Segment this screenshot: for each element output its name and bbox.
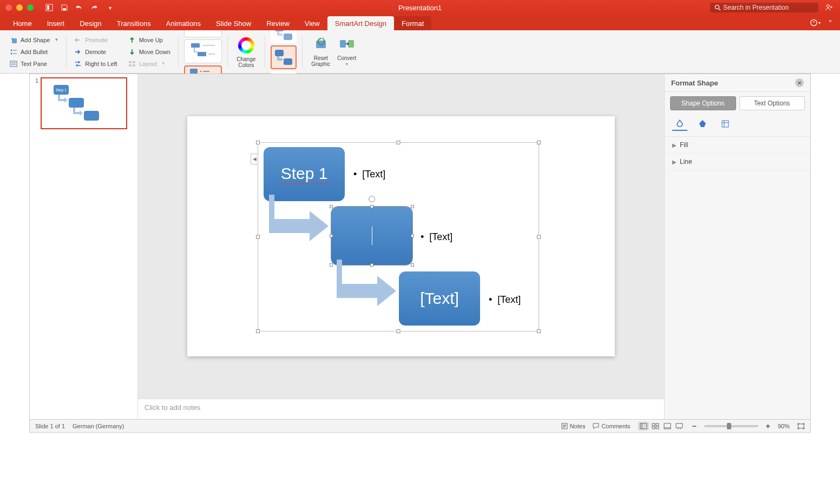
fill-accordion[interactable]: ▶Fill [665, 137, 810, 154]
resize-handle-tr[interactable] [537, 141, 541, 144]
tab-home[interactable]: Home [5, 16, 40, 30]
share-icon[interactable] [824, 2, 835, 13]
fit-to-window-button[interactable] [797, 423, 805, 429]
fill-line-icon[interactable] [672, 118, 687, 131]
zoom-window-button[interactable] [27, 4, 34, 11]
shape-handle-t[interactable] [370, 205, 373, 208]
svg-rect-34 [198, 52, 206, 56]
notes-area[interactable]: Click to add notes [138, 399, 664, 419]
save-icon[interactable] [60, 3, 69, 12]
thumb-step1: Step 1 [54, 85, 69, 95]
undo-icon[interactable] [75, 3, 84, 12]
smartart-step2-box[interactable] [331, 207, 412, 265]
zoom-slider[interactable] [704, 425, 758, 427]
add-shape-button[interactable]: +Add Shape▼ [8, 34, 61, 46]
demote-button[interactable]: Demote [72, 46, 119, 58]
change-colors-button[interactable]: Change Colors [233, 34, 259, 70]
step2-bullet[interactable]: • [Text] [421, 231, 452, 243]
tab-format[interactable]: Format [394, 16, 431, 30]
close-window-button[interactable] [5, 4, 12, 11]
step1-bullet[interactable]: • [Text] [353, 169, 385, 180]
tab-review[interactable]: Review [259, 16, 297, 30]
search-input[interactable]: Search in Presentation [710, 3, 818, 12]
shape-options-tab[interactable]: Shape Options [670, 96, 736, 110]
slide-counter[interactable]: Slide 1 of 1 [35, 423, 65, 429]
zoom-level[interactable]: 90% [778, 423, 790, 429]
tab-transitions[interactable]: Transitions [109, 16, 159, 30]
close-pane-button[interactable]: ✕ [795, 78, 804, 87]
move-down-button[interactable]: Move Down [126, 46, 173, 58]
resize-handle-b[interactable] [397, 329, 401, 333]
resize-handle-bl[interactable] [256, 329, 260, 333]
text-pane-button[interactable]: Text Pane [8, 58, 61, 70]
line-accordion[interactable]: ▶Line [665, 154, 810, 170]
zoom-slider-thumb[interactable] [727, 423, 731, 429]
zoom-out-button[interactable]: − [692, 422, 697, 430]
shape-handle-bl[interactable] [330, 263, 333, 267]
slide-thumbnail-panel[interactable]: 1 Step 1 [30, 74, 138, 419]
minimize-window-button[interactable] [16, 4, 23, 11]
notes-toggle[interactable]: Notes [561, 423, 586, 429]
layout-option-3[interactable] [184, 39, 222, 63]
qat-customize-icon[interactable]: ▾ [105, 3, 115, 12]
tab-slideshow[interactable]: Slide Show [208, 16, 259, 30]
tell-me-icon[interactable]: ▾ [810, 17, 821, 28]
svg-text:+: + [11, 36, 14, 42]
redo-icon[interactable] [90, 3, 100, 12]
shape-handle-br[interactable] [411, 263, 414, 267]
step3-bullet[interactable]: • [Text] [489, 294, 521, 306]
layout-button[interactable]: Layout▼ [126, 58, 173, 70]
text-options-tab[interactable]: Text Options [739, 96, 805, 110]
window-controls [5, 4, 34, 11]
shape-handle-l[interactable] [330, 234, 333, 237]
svg-rect-52 [284, 34, 292, 40]
resize-handle-tl[interactable] [256, 141, 260, 144]
reading-view-button[interactable] [662, 422, 673, 430]
resize-handle-t[interactable] [397, 141, 401, 144]
text-pane-icon [10, 60, 17, 68]
normal-view-button[interactable] [638, 422, 649, 430]
promote-button[interactable]: Promote [72, 34, 119, 46]
shape-handle-r[interactable] [411, 234, 414, 237]
collapse-ribbon-icon[interactable]: ⌃ [825, 17, 836, 28]
zoom-in-button[interactable]: + [766, 422, 770, 430]
svg-rect-36 [190, 69, 198, 74]
resize-handle-l[interactable] [256, 235, 260, 239]
smartart-frame[interactable]: ◀ Step 1 • [Text] [258, 142, 539, 331]
shape-handle-tr[interactable] [411, 205, 414, 208]
tab-design[interactable]: Design [72, 16, 109, 30]
smartart-step1-box[interactable]: Step 1 [264, 147, 345, 201]
comments-toggle[interactable]: Comments [593, 423, 630, 429]
text-pane-toggle[interactable]: ◀ [251, 154, 258, 164]
pane-title: Format Shape [671, 79, 718, 87]
down-arrow-icon [128, 48, 136, 56]
language-indicator[interactable]: German (Germany) [73, 423, 124, 429]
convert-button[interactable]: Convert▼ [334, 32, 360, 68]
rotate-handle[interactable] [369, 196, 375, 202]
tab-view[interactable]: View [297, 16, 327, 30]
resize-handle-r[interactable] [537, 235, 541, 239]
resize-handle-br[interactable] [537, 329, 541, 333]
thumb-box2 [69, 98, 84, 108]
style-option-4-selected[interactable] [271, 45, 297, 69]
slide-canvas[interactable]: ◀ Step 1 • [Text] [138, 74, 664, 399]
styles-gallery: ▲▼ [267, 32, 300, 71]
tab-animations[interactable]: Animations [159, 16, 208, 30]
svg-rect-2 [63, 8, 66, 10]
tab-smartart-design[interactable]: SmartArt Design [327, 16, 394, 30]
size-properties-icon[interactable] [718, 118, 733, 131]
autosave-icon[interactable] [44, 3, 54, 12]
tab-insert[interactable]: Insert [40, 16, 73, 30]
shape-handle-tl[interactable] [330, 205, 333, 208]
add-bullet-button[interactable]: Add Bullet [8, 46, 61, 58]
effects-icon[interactable] [695, 118, 710, 131]
slide[interactable]: ◀ Step 1 • [Text] [187, 116, 615, 356]
svg-rect-1 [47, 5, 49, 10]
move-up-button[interactable]: Move Up [126, 34, 173, 46]
slideshow-view-button[interactable] [674, 422, 685, 430]
smartart-step3-box[interactable]: [Text] [399, 271, 480, 326]
reset-graphic-button[interactable]: Reset Graphic [308, 32, 334, 69]
slide-thumbnail-1[interactable]: Step 1 [41, 77, 127, 129]
right-to-left-button[interactable]: Right to Left [72, 58, 119, 70]
sorter-view-button[interactable] [650, 422, 661, 430]
